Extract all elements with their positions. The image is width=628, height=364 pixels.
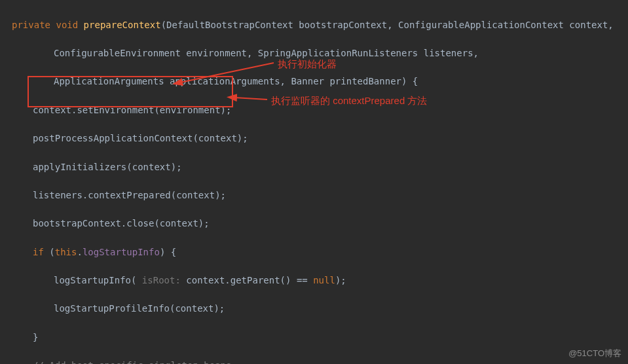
code-line: ConfigurableEnvironment environment, Spr… <box>0 46 628 61</box>
code-line: private void prepareContext(DefaultBoots… <box>0 18 628 33</box>
code-line: // Add boot specific singleton beans <box>0 359 628 364</box>
code-line: logStartupInfo( isRoot: context.getParen… <box>0 274 628 288</box>
code-line: postProcessApplicationContext(context); <box>0 132 628 146</box>
code-line: ApplicationArguments applicationArgument… <box>0 75 628 89</box>
code-line: applyInitializers(context); <box>0 160 628 175</box>
code-line: listeners.contextPrepared(context); <box>0 189 628 203</box>
code-line: } <box>0 331 628 345</box>
code-line: bootstrapContext.close(context); <box>0 217 628 231</box>
code-line: context.setEnvironment(environment); <box>0 103 628 118</box>
code-line: logStartupProfileInfo(context); <box>0 302 628 316</box>
code-line: if (this.logStartupInfo) { <box>0 246 628 260</box>
code-block: private void prepareContext(DefaultBoots… <box>0 0 628 364</box>
